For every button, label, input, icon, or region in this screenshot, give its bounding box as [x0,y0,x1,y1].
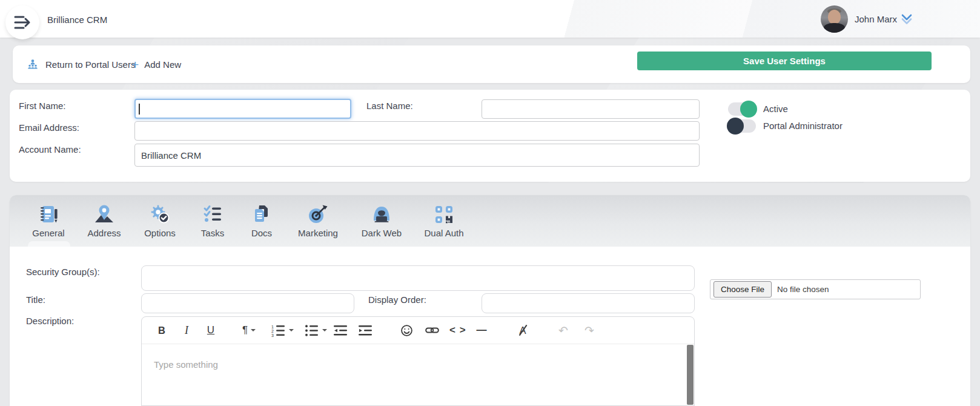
svg-text:1: 1 [271,324,274,328]
portal-users-icon [27,59,38,70]
portal-user-settings-page: Brilliance CRM John Marx [0,0,980,406]
tab-label: Docs [251,228,272,238]
file-upload-status: No file chosen [777,285,829,294]
clear-format-icon: A [519,325,526,336]
tab-options[interactable]: Options [132,202,188,238]
indent-button[interactable] [358,317,372,344]
tab-docs[interactable]: Docs [234,202,290,238]
editor-scrollbar-thumb[interactable] [687,345,694,405]
security-groups-input[interactable] [141,265,695,291]
insert-hr-button[interactable]: — [474,317,489,344]
title-label: Title: [26,295,45,305]
portal-administrator-toggle-label: Portal Administrator [763,121,843,131]
indent-icon [359,325,372,336]
security-groups-label: Security Group(s): [26,267,100,277]
menu-button[interactable] [5,5,39,39]
tab-strip: General Address [10,195,970,247]
editor-placeholder: Type something [154,359,218,370]
first-name-label: First Name: [19,101,66,111]
active-tab-indicator [28,241,70,247]
paragraph-format-button[interactable]: ¶ [242,317,256,344]
last-name-label: Last Name: [366,101,413,111]
bullet-list-icon [305,324,319,337]
save-user-settings-button[interactable]: Save User Settings [637,52,932,70]
tab-label: Marketing [298,228,338,238]
email-label: Email Address: [19,122,79,133]
chevron-double-down-icon[interactable] [900,13,913,25]
editor-toolbar: B I U ¶ 1 2 3 [142,317,694,344]
add-new-link[interactable]: + Add New [131,45,181,83]
unordered-list-button[interactable] [305,317,327,344]
email-input[interactable] [134,121,700,141]
link-icon [425,324,439,336]
redo-button[interactable]: ↷ [582,317,597,344]
tab-dual-auth[interactable]: Dual Auth [416,202,472,238]
smiley-icon [400,324,413,337]
description-editor[interactable]: B I U ¶ 1 2 3 [141,316,695,406]
active-toggle[interactable] [728,102,756,116]
hamburger-arrow-icon [14,15,31,30]
tab-label: Dark Web [362,228,402,238]
hacker-laptop-icon [371,202,392,225]
bold-button[interactable]: B [154,317,169,344]
tab-address[interactable]: Address [76,202,132,238]
undo-button[interactable]: ↶ [556,317,571,344]
code-view-button[interactable]: < > [449,317,466,344]
clear-formatting-button[interactable]: A [515,317,530,344]
ordered-list-button[interactable]: 1 2 3 [271,317,294,344]
choose-file-button[interactable]: Choose File [713,281,772,298]
add-new-label: Add New [144,59,181,70]
account-name-label: Account Name: [19,144,81,155]
display-order-label: Display Order: [368,295,426,305]
notebook-pencil-icon [38,202,59,225]
portal-administrator-toggle[interactable] [728,119,756,133]
outdent-icon [334,325,348,336]
documents-icon [251,202,273,225]
account-name-input[interactable] [134,144,700,167]
user-name[interactable]: John Marx [855,14,897,24]
first-name-input[interactable] [134,99,351,119]
user-form-card: First Name: Last Name: Email Address: Ac… [10,90,970,182]
description-label: Description: [26,316,74,326]
tab-label: Options [144,228,176,238]
map-pin-icon [93,202,115,225]
italic-button[interactable]: I [179,317,194,344]
tab-general[interactable]: General [21,202,76,238]
user-detail-tabs-card: General Address [10,195,970,406]
tab-label: Tasks [201,228,224,238]
text-caret [139,104,140,115]
tab-label: General [32,228,64,238]
outdent-button[interactable] [333,317,348,344]
svg-text:3: 3 [271,333,274,337]
qr-code-icon [433,202,455,225]
chevron-down-icon [251,329,256,331]
ordered-list-icon: 1 2 3 [271,324,286,337]
return-to-portal-users-link[interactable]: Return to Portal Users [27,45,135,83]
title-input[interactable] [141,293,354,313]
tab-label: Dual Auth [424,228,463,238]
plus-icon: + [131,58,139,71]
target-arrow-icon [307,202,329,225]
tab-label: Address [87,228,121,238]
return-to-portal-users-label: Return to Portal Users [45,59,135,70]
emoji-button[interactable] [399,317,414,344]
chevron-down-icon [322,329,327,331]
active-toggle-label: Active [763,104,788,114]
page-toolbar: Return to Portal Users + Add New Save Us… [13,45,970,83]
tab-marketing[interactable]: Marketing [290,202,346,238]
display-order-input[interactable] [482,293,695,313]
underline-button[interactable]: U [204,317,218,344]
file-upload-field[interactable]: Choose File No file chosen [710,279,921,299]
gear-check-icon [149,202,171,225]
chevron-down-icon [289,329,294,331]
checklist-icon [202,202,223,225]
svg-text:2: 2 [271,328,274,333]
avatar[interactable] [821,5,848,33]
tab-dark-web[interactable]: Dark Web [354,202,409,238]
app-title: Brilliance CRM [47,15,107,25]
insert-link-button[interactable] [425,317,439,344]
app-header: Brilliance CRM John Marx [0,0,980,38]
last-name-input[interactable] [482,99,700,119]
tab-tasks[interactable]: Tasks [185,202,240,238]
